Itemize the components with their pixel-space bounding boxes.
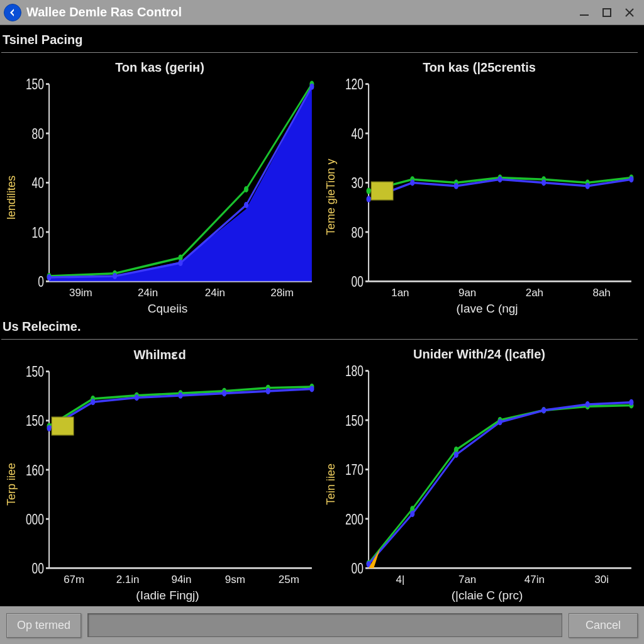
x-axis-label: (|claie C (prс) <box>339 587 635 602</box>
svg-rect-1 <box>603 9 611 16</box>
section-label-top: Tsinel Pacing <box>0 30 639 51</box>
minimize-icon <box>578 6 591 19</box>
arrow-left-icon <box>8 8 18 18</box>
plot-area: 00000160150150 <box>19 366 316 574</box>
chart-row-bottom: WhilmɛdTerp iiee0000016015015067m2.1in94… <box>0 343 639 604</box>
section-label-bottom: Us Relecime. <box>0 317 639 338</box>
svg-point-76 <box>222 390 226 396</box>
window-title: Wallee Demle Ras Control <box>26 5 577 19</box>
svg-text:10: 10 <box>32 224 44 241</box>
svg-point-51 <box>629 176 633 182</box>
svg-text:150: 150 <box>26 366 44 380</box>
x-axis-label: Cqueiis <box>19 301 316 316</box>
svg-text:80: 80 <box>32 125 44 142</box>
chart-title: Whilmɛd <box>4 345 316 366</box>
svg-text:150: 150 <box>26 79 44 92</box>
svg-point-102 <box>497 419 502 425</box>
chart-title: Ton kas (geriн) <box>4 58 316 79</box>
titlebar: Wallee Demle Ras Control <box>0 0 644 25</box>
svg-point-46 <box>410 179 414 186</box>
svg-point-22 <box>113 273 117 279</box>
svg-point-77 <box>266 388 270 394</box>
svg-point-103 <box>541 407 546 413</box>
x-tick: 47in <box>501 574 569 587</box>
op-termed-button[interactable]: Op termed <box>6 613 81 638</box>
x-tick: 2ah <box>501 287 569 301</box>
content-area: Tsinel Pacing Ton kas (geriн)lendilites0… <box>0 25 644 606</box>
svg-point-48 <box>497 176 502 182</box>
svg-point-75 <box>178 392 182 399</box>
maximize-icon <box>601 6 613 19</box>
svg-text:200: 200 <box>345 511 364 528</box>
plot-area: 0104080150 <box>19 79 316 287</box>
close-icon <box>623 6 636 19</box>
divider <box>1 52 638 53</box>
plot-area: 00200170150180 <box>339 365 635 574</box>
svg-text:170: 170 <box>345 461 364 478</box>
maximize-button[interactable] <box>600 6 614 19</box>
window-controls <box>577 6 636 19</box>
svg-text:30: 30 <box>352 174 364 191</box>
chart-title: Unider With/24 (|cafle) <box>323 345 635 365</box>
svg-text:00: 00 <box>32 560 44 574</box>
status-field[interactable] <box>87 613 562 637</box>
svg-text:40: 40 <box>32 174 44 191</box>
x-tick: 8ah <box>568 287 635 301</box>
chart-bottom-right: Unider With/24 (|cafle)Tein iiee00200170… <box>319 343 639 604</box>
y-axis-label: Terp iiee <box>4 366 19 602</box>
svg-text:00: 00 <box>352 560 364 574</box>
svg-point-101 <box>454 452 458 458</box>
svg-text:120: 120 <box>345 79 364 92</box>
svg-text:0: 0 <box>38 273 44 287</box>
svg-point-50 <box>586 183 590 189</box>
svg-point-21 <box>47 274 52 280</box>
svg-point-105 <box>629 399 633 406</box>
x-tick: 24in <box>114 287 182 301</box>
x-tick: 39im <box>47 287 114 301</box>
close-button[interactable] <box>623 6 636 19</box>
svg-text:180: 180 <box>345 365 364 379</box>
svg-point-25 <box>309 84 314 90</box>
x-tick: 7an <box>434 574 501 587</box>
svg-point-104 <box>586 401 590 408</box>
svg-text:150: 150 <box>26 413 44 429</box>
back-button[interactable] <box>4 4 21 21</box>
x-tick: 28im <box>248 287 316 301</box>
x-ticks: 39im24in24in28im <box>19 287 316 301</box>
svg-point-38 <box>367 188 371 194</box>
x-ticks: 4|7an47in30i <box>339 574 635 587</box>
minimize-button[interactable] <box>577 6 591 19</box>
plot-area: 00803040120 <box>339 79 635 287</box>
chart-row-top: Ton kas (geriн)lendilites010408015039im2… <box>0 57 639 317</box>
svg-point-49 <box>541 179 546 186</box>
svg-point-45 <box>367 196 371 203</box>
x-axis-label: (Iave C (ngj <box>339 301 635 316</box>
svg-rect-52 <box>371 182 393 200</box>
y-axis-label: Tein iiee <box>323 365 339 602</box>
svg-point-19 <box>244 186 248 192</box>
y-axis-label: Teme gieTion y <box>323 79 339 316</box>
x-tick: 24in <box>182 287 249 301</box>
svg-point-47 <box>454 183 458 189</box>
x-tick: 30i <box>568 574 635 587</box>
x-ticks: 1an9an2ah8ah <box>339 287 635 301</box>
svg-point-78 <box>309 386 314 392</box>
chart-bottom-left: WhilmɛdTerp iiee0000016015015067m2.1in94… <box>0 343 319 604</box>
x-tick: 2.1in <box>101 574 154 587</box>
svg-text:80: 80 <box>352 224 364 241</box>
svg-text:40: 40 <box>352 125 364 142</box>
chart-top-left: Ton kas (geriн)lendilites010408015039im2… <box>0 57 319 317</box>
svg-point-72 <box>47 425 52 431</box>
cancel-button[interactable]: Cancel <box>569 613 638 638</box>
x-tick: 67m <box>47 574 101 587</box>
svg-point-73 <box>91 399 95 405</box>
x-tick: 25m <box>262 574 316 587</box>
svg-rect-79 <box>52 417 74 435</box>
chart-top-right: Ton kas (|25crentisTeme gieTion y0080304… <box>319 57 639 317</box>
x-tick: 94in <box>155 574 208 587</box>
svg-point-100 <box>410 511 414 517</box>
svg-text:160: 160 <box>26 462 44 478</box>
x-ticks: 67m2.1in94in9sm25m <box>19 574 316 587</box>
chart-title: Ton kas (|25crentis <box>323 58 635 79</box>
divider <box>1 339 638 340</box>
